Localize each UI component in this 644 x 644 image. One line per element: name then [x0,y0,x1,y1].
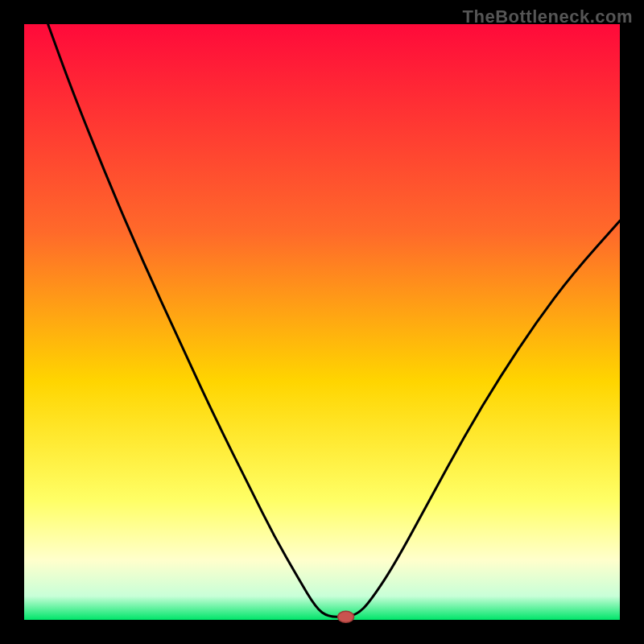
chart-plot-area [24,24,620,620]
chart-svg [0,0,644,644]
chart-container [0,0,644,644]
optimum-marker [338,611,354,622]
watermark-text: TheBottleneck.com [463,6,633,27]
